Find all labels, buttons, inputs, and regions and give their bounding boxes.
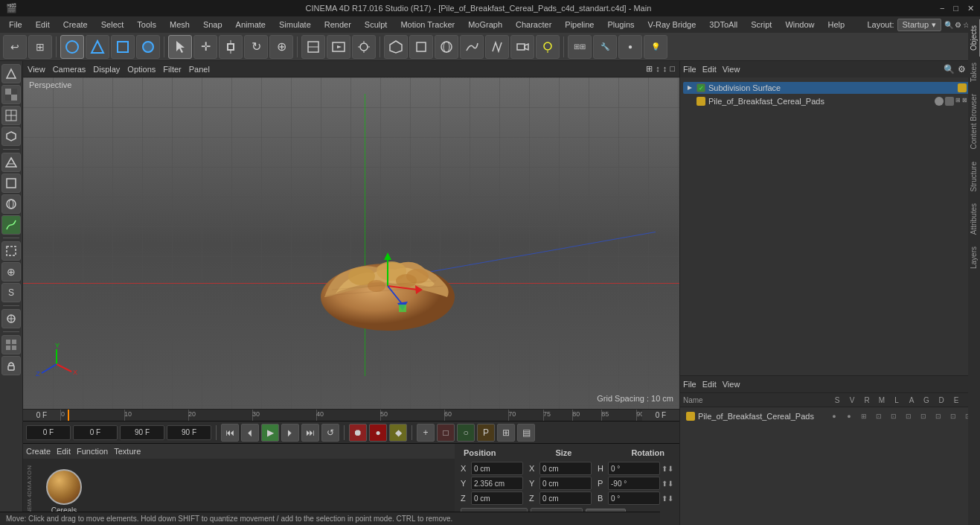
current-frame-field[interactable]: 0 F [73, 425, 118, 440]
render-view-btn[interactable] [327, 35, 350, 59]
obj-props-row[interactable]: Pile_of_Breakfast_Cereal_Pads ● ● ⊞ ⊡ ⊡ … [683, 410, 977, 422]
vp-maximize-btn[interactable]: □ [670, 64, 675, 74]
menu-tools[interactable]: Tools [131, 19, 162, 31]
lt-material[interactable] [1, 153, 21, 172]
play-btn[interactable]: ▶ [261, 424, 279, 442]
row-m[interactable]: ⊡ [873, 413, 885, 420]
lt-cube[interactable] [1, 127, 21, 146]
poly-mode-btn[interactable] [136, 35, 160, 59]
menu-vray[interactable]: V-Ray Bridge [642, 19, 702, 31]
vp-view-btn[interactable]: View [28, 65, 45, 74]
pb-tool2[interactable]: □ [437, 424, 455, 442]
pile-vis3[interactable]: ⊞ [955, 97, 961, 106]
menu-select[interactable]: Select [95, 19, 130, 31]
row-s[interactable]: ● [828, 413, 840, 420]
vp-panel-btn[interactable]: Panel [189, 65, 210, 74]
go-to-end-btn[interactable]: ⏭ [301, 424, 319, 442]
pos-y-field[interactable]: 2.356 cm [471, 477, 523, 490]
tab-content-browser[interactable]: Content Browser [968, 88, 981, 155]
timeline-track[interactable]: 0 10 20 30 40 50 60 70 75 80 8 [60, 410, 642, 421]
obj-edit-btn[interactable]: Edit [702, 65, 717, 74]
size-y-field[interactable]: 0 cm [539, 477, 592, 490]
go-to-start-btn[interactable]: ⏮ [221, 424, 239, 442]
row-e[interactable]: ⊡ [947, 413, 959, 420]
viewport-3d[interactable]: Perspective [23, 77, 679, 409]
menu-motion-tracker[interactable]: Motion Tracker [394, 19, 461, 31]
record-btn[interactable]: ⏺ [349, 424, 367, 442]
row-a[interactable]: ⊡ [903, 413, 915, 420]
render-region-btn[interactable] [301, 35, 325, 59]
menu-window[interactable]: Window [779, 19, 820, 31]
menu-animate[interactable]: Animate [230, 19, 272, 31]
lt-box[interactable] [1, 174, 21, 193]
row-v[interactable]: ● [843, 413, 855, 420]
obj-settings-icon[interactable]: ⚙ [958, 64, 966, 74]
menu-edit[interactable]: Edit [30, 19, 56, 31]
vp-icon2[interactable]: ↕ [656, 64, 660, 74]
view-spline-btn[interactable] [460, 35, 484, 59]
rot-b-spinner[interactable]: ⬆⬇ [662, 494, 673, 503]
menu-3dtoall[interactable]: 3DToAll [703, 19, 743, 31]
menu-mograph[interactable]: MoGraph [462, 19, 508, 31]
rot-p-spinner[interactable]: ⬆⬇ [662, 480, 673, 488]
material-item-cereals[interactable]: Cereals [45, 468, 83, 516]
view-parallel-btn[interactable] [409, 35, 433, 59]
mat-texture-btn[interactable]: Texture [114, 447, 141, 456]
tab-attributes[interactable]: Attributes [968, 197, 981, 241]
tab-takes[interactable]: Takes [968, 57, 981, 88]
menu-snap[interactable]: Snap [197, 19, 228, 31]
pb-tool4[interactable]: P [477, 424, 495, 442]
row-d[interactable]: ⊡ [932, 413, 944, 420]
lt-path[interactable] [1, 215, 21, 235]
pile-vis4[interactable]: ⊠ [962, 97, 967, 106]
lt-object-mode[interactable] [1, 64, 21, 83]
props-file-btn[interactable]: File [683, 380, 696, 389]
tab-structure[interactable]: Structure [968, 156, 981, 198]
tab-objects[interactable]: Objects [968, 19, 981, 57]
step-fwd-btn[interactable]: ⏵ [281, 424, 299, 442]
rot-b-field[interactable]: 0 ° [608, 491, 660, 505]
preview-end-field[interactable]: 90 F [167, 425, 211, 440]
vp-icon3[interactable]: ↕ [663, 64, 667, 74]
vp-icon1[interactable]: ⊞ [646, 64, 653, 74]
mat-function-btn[interactable]: Function [77, 447, 108, 456]
timeline-cursor[interactable] [68, 410, 69, 421]
screen-btn[interactable]: 💡 [644, 35, 667, 59]
loop-btn[interactable]: ↺ [321, 424, 339, 442]
layout-dropdown[interactable]: Startup ▾ [897, 19, 941, 31]
rot-p-field[interactable]: -90 ° [608, 477, 660, 490]
menu-character[interactable]: Character [510, 19, 557, 31]
obj-file-btn[interactable]: File [683, 65, 696, 74]
auto-keyframe-btn[interactable]: ● [369, 424, 387, 442]
menu-sculpt[interactable]: Sculpt [359, 19, 394, 31]
lt-sculpt-brush[interactable] [1, 309, 21, 328]
view-shape-btn[interactable] [435, 35, 458, 59]
pile-vis2[interactable] [945, 97, 954, 106]
rot-h-field[interactable]: 0 ° [608, 462, 660, 475]
vp-options-btn[interactable]: Options [127, 65, 156, 74]
pile-vis1[interactable] [935, 97, 944, 106]
sculpt-btn[interactable]: 🔧 [593, 35, 617, 59]
lt-lock[interactable] [1, 356, 21, 375]
minimize-btn[interactable]: − [940, 4, 944, 13]
tab-layers[interactable]: Layers [968, 241, 981, 275]
render-settings-btn[interactable] [352, 35, 376, 59]
pb-tool5[interactable]: ⊞ [497, 424, 515, 442]
mat-create-btn[interactable]: Create [26, 447, 51, 456]
pb-tool3[interactable]: ○ [457, 424, 475, 442]
vp-display-btn[interactable]: Display [93, 65, 120, 74]
step-back-btn[interactable]: ⏴ [241, 424, 259, 442]
obj-search-icon[interactable]: 🔍 [944, 64, 955, 74]
close-btn[interactable]: ✕ [967, 4, 974, 13]
pile-object-item[interactable]: Pile_of_Breakfast_Cereal_Pads ⊞ ⊠ ⊡ [683, 95, 977, 107]
pb-tool6[interactable]: ▤ [517, 424, 535, 442]
select-tool-btn[interactable] [168, 35, 192, 59]
view-perspective-btn[interactable] [384, 35, 408, 59]
row-g[interactable]: ⊡ [917, 413, 929, 420]
menu-create[interactable]: Create [57, 19, 94, 31]
edge-mode-btn[interactable] [111, 35, 135, 59]
rotate-tool-btn[interactable]: ↻ [244, 35, 268, 59]
view-deform-btn[interactable] [485, 35, 509, 59]
lt-grid2[interactable] [1, 335, 21, 354]
start-frame-field[interactable]: 0 F [26, 425, 71, 440]
